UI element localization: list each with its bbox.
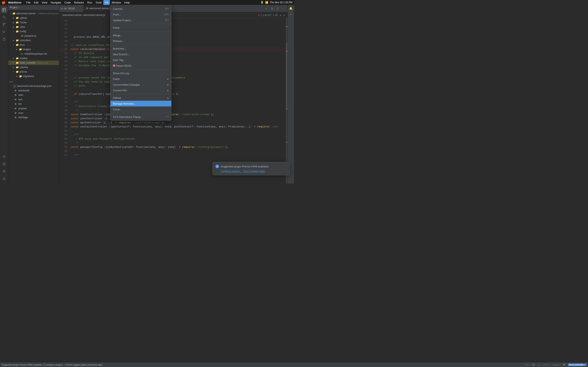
- tree-item-docs[interactable]: ▾ 📁 docs: [8, 43, 59, 47]
- toast-icon: ℹ: [215, 165, 219, 168]
- tab-action-more[interactable]: ⋮: [281, 6, 286, 11]
- nav-down[interactable]: ▼: [283, 13, 286, 17]
- menu-item-new-tag[interactable]: New Tag...: [111, 57, 171, 63]
- menu-item-uncommitted-changes[interactable]: Uncommitted Changes ▶ Shelve Changes... …: [111, 82, 171, 87]
- menu-item-branches[interactable]: Branches...: [111, 46, 171, 51]
- menubar-item-edit[interactable]: Edit: [32, 0, 40, 5]
- tree-item-idea[interactable]: ▶ 📁 .idea: [8, 25, 59, 29]
- status-info2[interactable]: ✓ 12: [273, 14, 278, 16]
- sidebar-icons-bottom: [1, 153, 7, 182]
- npm-script-dot-icon: [15, 117, 16, 118]
- sidebar-icon-debug[interactable]: [1, 153, 7, 160]
- tree-item-github[interactable]: ▶ 📁 .github: [8, 16, 59, 20]
- tree-item-controllers[interactable]: ▶ 📁 controllers: [8, 38, 59, 43]
- tree-item-prisma[interactable]: ▾ 📁 prisma: [8, 69, 59, 74]
- status-errors[interactable]: ⚠ 1: [258, 14, 261, 16]
- menu-item-reset-head[interactable]: Reset HEAD...: [111, 63, 171, 68]
- status-warnings[interactable]: △ 8: [263, 14, 266, 16]
- menubar-item-window[interactable]: Window: [110, 0, 122, 5]
- panel-chevron[interactable]: ▾: [18, 7, 20, 9]
- menu-item-github[interactable]: GitHub ▶: [111, 95, 171, 101]
- tree-item-node-modules[interactable]: ▶ 📁 node_modules library root: [8, 60, 59, 65]
- svg-point-5: [3, 25, 4, 26]
- menu-item-new-branch[interactable]: New Branch...: [111, 51, 171, 57]
- sidebar-icon-help[interactable]: [1, 168, 7, 175]
- breadcrumb-file[interactable]: weconnect-server.js: [84, 14, 105, 17]
- menubar-item-git[interactable]: Git: [103, 0, 110, 5]
- tree-item-models[interactable]: ▶ 📁 models: [8, 56, 59, 60]
- menu-item-push[interactable]: Push... ⇧⌘K: [111, 12, 171, 17]
- tree-root[interactable]: ▾ 📁 weconnect-server ~/WebstormProjects/…: [8, 11, 59, 16]
- tree-item-initsetup[interactable]: ▶ M↓ InitialSetupSteps.md: [8, 52, 59, 56]
- sidebar-icon-run[interactable]: [1, 29, 7, 35]
- npm-script-test[interactable]: test: [8, 97, 59, 102]
- status-info1[interactable]: ℹ 17: [268, 14, 272, 16]
- menu-item-rebase[interactable]: Rebase...: [111, 38, 171, 44]
- tree-label-controllers: controllers: [20, 39, 31, 42]
- menubar-item-navigate[interactable]: Navigate: [49, 0, 63, 5]
- tree-arrow-patches: ▶: [12, 66, 15, 68]
- sidebar-icon-packages[interactable]: [1, 36, 7, 42]
- npm-script-postinstall[interactable]: postinstall: [8, 88, 59, 93]
- tree-item-husky[interactable]: ▶ 📁 .husky: [8, 20, 59, 25]
- sidebar-icon-terminal[interactable]: [1, 161, 7, 167]
- nav-up[interactable]: ▲: [279, 13, 282, 17]
- tab-action-splitview[interactable]: ⊞: [269, 6, 274, 11]
- npm-script-prepare[interactable]: prepare: [8, 106, 59, 111]
- tree-item-passport[interactable]: ▶ JS passport.js: [8, 34, 59, 38]
- tree-item-package-json[interactable]: ▾ ⬛ weconnect-server/package.json: [8, 84, 59, 88]
- menu-item-fetch[interactable]: Fetch: [111, 25, 171, 31]
- warning-icon: △: [263, 14, 264, 16]
- toast-btn-dont-suggest[interactable]: Don't suggest again: [243, 170, 265, 173]
- sidebar-icon-git-bottom[interactable]: [1, 175, 7, 182]
- npm-script-start[interactable]: start: [8, 93, 59, 97]
- npm-script-lintStage[interactable]: lintStage: [8, 115, 59, 120]
- info2-icon: ✓: [273, 14, 275, 16]
- npm-script-lint[interactable]: lint: [8, 102, 59, 106]
- menubar-item-view[interactable]: View: [40, 0, 49, 5]
- menubar-item-tools[interactable]: Tools: [94, 0, 103, 5]
- code-content[interactable]: process.env.BASE_URL.startsWith('https')…: [69, 18, 286, 184]
- menu-item-commit[interactable]: Commit... ⌘K: [111, 6, 171, 12]
- breadcrumb-project[interactable]: weconnect-server: [62, 14, 82, 17]
- code-editor[interactable]: 24 25 26 27 28 29 30 31 32 33 34 35 36 3…: [59, 18, 287, 184]
- right-sidebar-ai[interactable]: ✦: [288, 12, 294, 17]
- tab-action-settings[interactable]: ☰: [275, 6, 280, 11]
- warning-count: 8: [265, 14, 266, 16]
- tree-arrow-idea: ▶: [12, 26, 15, 28]
- right-sidebar-notifications[interactable]: 🔔: [288, 6, 294, 11]
- panel-title[interactable]: Project: [10, 6, 17, 9]
- menu-item-update-project[interactable]: Update Project... ⌘T: [111, 17, 171, 23]
- sidebar-icon-search[interactable]: [1, 14, 7, 20]
- menu-item-patch[interactable]: Patch ▶ Apply Patch... Create Patch...: [111, 76, 171, 82]
- tree-item-images[interactable]: ▶ 📁 images: [8, 47, 59, 52]
- tab-action-softcodeview[interactable]: ≡: [264, 6, 269, 11]
- menu-item-merge[interactable]: Merge...: [111, 33, 171, 38]
- tree-item-config[interactable]: ▾ 📁 config: [8, 29, 59, 34]
- apple-logo[interactable]: 🍎: [2, 1, 6, 4]
- tree-item-patches[interactable]: ▶ 📁 patches: [8, 65, 59, 69]
- toast-btn-configure[interactable]: Configure plugins...: [221, 170, 242, 173]
- sidebar-icon-project[interactable]: [1, 7, 7, 13]
- app-name[interactable]: WebStorm: [8, 1, 21, 4]
- tab-bar-breadcrumb[interactable]: M↓ M↓ READ: [59, 5, 84, 12]
- menubar-item-code[interactable]: Code: [63, 0, 72, 5]
- menubar-item-help[interactable]: Help: [123, 0, 131, 5]
- menu-item-manage-remotes[interactable]: Manage Remotes...: [111, 101, 171, 106]
- npm-script-label: lintStage: [18, 116, 28, 119]
- tree-icon-images: 📁: [19, 48, 22, 51]
- menu-label-rebase: Rebase...: [113, 40, 169, 43]
- menu-item-current-file[interactable]: Current File ▶: [111, 87, 171, 93]
- menu-item-clone[interactable]: Clone...: [111, 106, 171, 112]
- npm-script-scss[interactable]: scss: [8, 111, 59, 115]
- menubar-item-refactor[interactable]: Refactor: [72, 0, 86, 5]
- menu-item-show-git-log[interactable]: Show Git Log: [111, 70, 171, 76]
- menubar-item-run[interactable]: Run: [86, 0, 94, 5]
- code-line-54: */: [71, 141, 284, 145]
- tree-item-migrations[interactable]: ▶ 📁 migrations: [8, 74, 59, 78]
- editor-scrollbar[interactable]: [286, 18, 287, 184]
- code-line-38: // proxies works for local testing, ngro…: [71, 76, 284, 80]
- sidebar-icon-git[interactable]: [1, 21, 7, 28]
- menu-item-vcs-operations[interactable]: VCS Operations Popup... ⌃V: [111, 114, 171, 120]
- menubar-item-file[interactable]: File: [25, 0, 32, 5]
